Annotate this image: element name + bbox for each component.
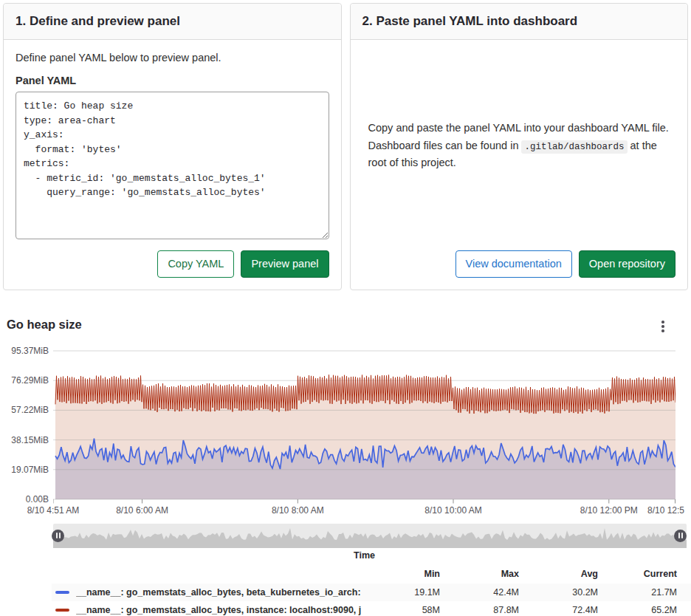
panel-yaml-label: Panel YAML bbox=[16, 75, 329, 86]
y-axis-label: 76.29MiB bbox=[3, 375, 49, 386]
timeline-brush[interactable] bbox=[53, 524, 687, 548]
go-heap-size-panel: Go heap size 95.37MiB76.29MiB57.22MiB38.… bbox=[0, 303, 691, 616]
area-chart-plot[interactable] bbox=[53, 345, 675, 506]
series-max-value: 87.8M bbox=[440, 605, 519, 615]
y-axis-label: 0.00B bbox=[3, 494, 49, 504]
copy-yaml-button[interactable]: Copy YAML bbox=[157, 250, 234, 278]
x-axis-label: 8/10 12:5 bbox=[647, 505, 684, 516]
define-card-body: Define panel YAML below to preview panel… bbox=[4, 40, 341, 290]
legend-column-headers: MinMaxAvgCurrent bbox=[52, 566, 691, 582]
legend-series-row[interactable]: __name__: go_memstats_alloc_bytes, insta… bbox=[52, 601, 691, 616]
legend-column-header: Avg bbox=[519, 569, 598, 579]
dashboards-path-code: .gitlab/dashboards bbox=[521, 140, 627, 154]
legend-table: __name__: go_memstats_alloc_bytes, beta_… bbox=[52, 584, 691, 616]
x-axis-label: 8/10 8:00 AM bbox=[272, 505, 324, 516]
brush-handle-right[interactable] bbox=[674, 530, 687, 542]
x-axis-label: 8/10 6:00 AM bbox=[116, 505, 168, 516]
define-card-header: 1. Define and preview panel bbox=[4, 4, 341, 40]
x-axis-label: 8/10 12:00 PM bbox=[580, 505, 638, 516]
y-axis-label: 38.15MiB bbox=[3, 435, 49, 445]
panel-menu-kebab-icon[interactable] bbox=[657, 319, 669, 334]
series-min-value: 19.1M bbox=[361, 587, 440, 598]
series-label: __name__: go_memstats_alloc_bytes, insta… bbox=[76, 605, 361, 615]
view-documentation-button[interactable]: View documentation bbox=[455, 250, 572, 278]
x-axis-title: Time bbox=[53, 550, 675, 561]
series-color-swatch bbox=[55, 609, 69, 612]
x-axis-label: 8/10 4:51 AM bbox=[27, 505, 80, 516]
series-avg-value: 72.4M bbox=[519, 605, 598, 615]
brush-minimap bbox=[53, 524, 687, 548]
panel-yaml-input[interactable]: title: Go heap size type: area-chart y_a… bbox=[16, 92, 329, 239]
series-min-value: 58M bbox=[361, 605, 440, 615]
paste-card-actions: View documentation Open repository bbox=[362, 250, 676, 278]
x-axis-label: 8/10 10:00 AM bbox=[424, 505, 481, 516]
series-current-value: 65.2M bbox=[598, 605, 677, 615]
define-card-actions: Copy YAML Preview panel bbox=[16, 250, 329, 278]
define-card-title: 1. Define and preview panel bbox=[16, 13, 329, 30]
legend-column-header: Min bbox=[361, 569, 440, 579]
series-max-value: 42.4M bbox=[440, 587, 519, 598]
y-axis-label: 19.07MiB bbox=[3, 465, 49, 475]
define-card-description: Define panel YAML below to preview panel… bbox=[16, 52, 329, 64]
brush-handle-left[interactable] bbox=[52, 530, 64, 542]
legend-series-row[interactable]: __name__: go_memstats_alloc_bytes, beta_… bbox=[52, 584, 691, 601]
open-repository-button[interactable]: Open repository bbox=[579, 250, 675, 278]
paste-yaml-card: 2. Paste panel YAML into dashboard Copy … bbox=[350, 3, 689, 290]
legend-column-header: Current bbox=[598, 569, 677, 579]
paste-card-description: Copy and paste the panel YAML into your … bbox=[362, 120, 676, 171]
series-label: __name__: go_memstats_alloc_bytes, beta_… bbox=[76, 587, 361, 598]
metrics-panel-preview-page: 1. Define and preview panel Define panel… bbox=[0, 0, 691, 616]
series-avg-value: 30.2M bbox=[519, 587, 598, 598]
paste-card-title: 2. Paste panel YAML into dashboard bbox=[362, 13, 676, 30]
instruction-cards-row: 1. Define and preview panel Define panel… bbox=[3, 3, 688, 290]
series-current-value: 21.7M bbox=[598, 587, 677, 598]
y-axis-label: 95.37MiB bbox=[3, 346, 49, 356]
preview-panel-button[interactable]: Preview panel bbox=[241, 250, 329, 278]
define-panel-card: 1. Define and preview panel Define panel… bbox=[3, 3, 342, 290]
chart-title: Go heap size bbox=[7, 318, 82, 332]
paste-card-body: Copy and paste the panel YAML into your … bbox=[351, 40, 688, 290]
paste-card-header: 2. Paste panel YAML into dashboard bbox=[351, 4, 688, 40]
y-axis-label: 57.22MiB bbox=[3, 405, 49, 415]
series-color-swatch bbox=[55, 591, 69, 594]
legend-column-header: Max bbox=[440, 569, 519, 579]
